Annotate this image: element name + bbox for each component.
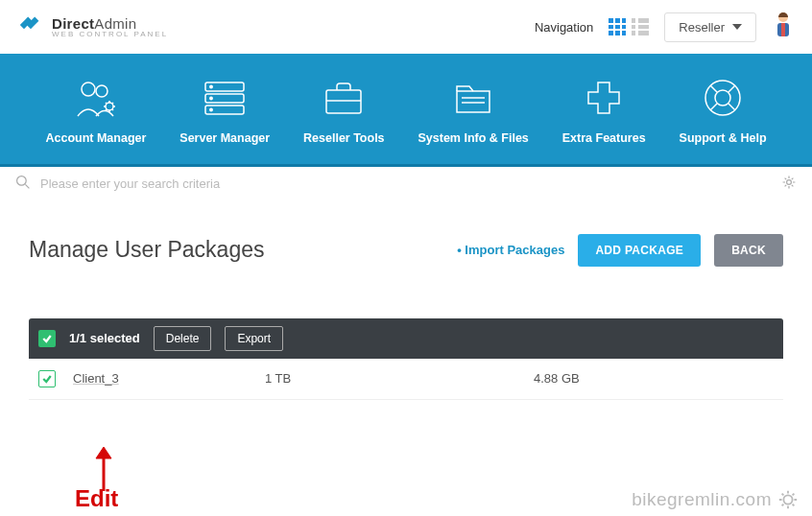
nav-extra-features[interactable]: Extra Features: [562, 75, 646, 147]
svg-point-5: [82, 82, 95, 96]
server-icon: [203, 80, 247, 116]
briefcase-icon: [322, 80, 365, 116]
svg-point-26: [787, 179, 792, 184]
plus-icon: [585, 79, 623, 117]
grid-view-icon[interactable]: [609, 18, 626, 35]
back-button[interactable]: BACK: [714, 234, 783, 267]
delete-button[interactable]: Delete: [154, 326, 212, 351]
svg-point-19: [715, 90, 730, 106]
search-icon: [15, 175, 31, 194]
watermark: bikegremlin.com: [632, 489, 799, 510]
svg-line-20: [710, 85, 717, 92]
svg-line-25: [25, 184, 29, 188]
search-bar: [0, 164, 812, 201]
top-header: DirectAdmin web control panel Navigation…: [0, 0, 812, 54]
brand: DirectAdmin web control panel: [17, 12, 168, 42]
user-avatar-icon[interactable]: [772, 11, 795, 43]
add-package-button[interactable]: ADD PACKAGE: [578, 234, 701, 267]
caret-down-icon: [732, 24, 742, 30]
gear-logo-icon: [777, 489, 799, 510]
package-bandwidth: 4.88 GB: [534, 371, 774, 386]
nav-reseller-tools[interactable]: Reseller Tools: [303, 75, 385, 147]
page-title: Manage User Packages: [29, 237, 264, 263]
gear-icon[interactable]: [781, 175, 797, 194]
selection-count: 1/1 selected: [69, 331, 140, 345]
navigation-label: Navigation: [535, 20, 593, 35]
package-name-link[interactable]: Client_3: [73, 371, 265, 386]
nav-support-help[interactable]: Support & Help: [680, 75, 767, 147]
package-disk: 1 TB: [265, 371, 534, 386]
brand-logo-icon: [17, 12, 44, 42]
svg-line-23: [728, 104, 735, 110]
nav-account-manager[interactable]: Account Manager: [45, 75, 146, 147]
table-row: Client_3 1 TB 4.88 GB: [29, 359, 783, 400]
svg-line-22: [710, 104, 717, 110]
role-dropdown[interactable]: Reseller: [664, 12, 756, 42]
svg-point-13: [210, 108, 212, 110]
annotation-label: Edit: [75, 485, 118, 512]
svg-rect-14: [326, 90, 361, 113]
role-label: Reseller: [679, 20, 725, 35]
svg-point-12: [210, 97, 212, 99]
row-checkbox[interactable]: [38, 370, 56, 387]
select-all-checkbox[interactable]: [38, 330, 56, 347]
svg-point-24: [17, 176, 27, 185]
page-head: Manage User Packages Import Packages ADD…: [0, 201, 812, 286]
svg-marker-28: [96, 447, 111, 458]
brand-subtitle: web control panel: [52, 31, 168, 38]
brand-title: DirectAdmin: [52, 16, 168, 31]
folder-icon: [452, 80, 494, 116]
selection-bar: 1/1 selected Delete Export: [29, 318, 783, 359]
svg-point-11: [210, 85, 212, 87]
lifebuoy-icon: [703, 78, 743, 118]
search-input[interactable]: [40, 176, 772, 191]
svg-point-29: [783, 495, 792, 504]
svg-rect-4: [781, 23, 785, 36]
svg-point-6: [96, 85, 107, 97]
list-view-icon[interactable]: [632, 18, 649, 35]
import-packages-link[interactable]: Import Packages: [457, 243, 564, 257]
nav-server-manager[interactable]: Server Manager: [179, 75, 270, 147]
nav-system-info[interactable]: System Info & Files: [418, 75, 529, 147]
users-gear-icon: [73, 78, 119, 118]
export-button[interactable]: Export: [225, 326, 283, 351]
svg-line-21: [728, 85, 735, 92]
main-nav: Account Manager Server Manager Reseller …: [0, 54, 812, 164]
